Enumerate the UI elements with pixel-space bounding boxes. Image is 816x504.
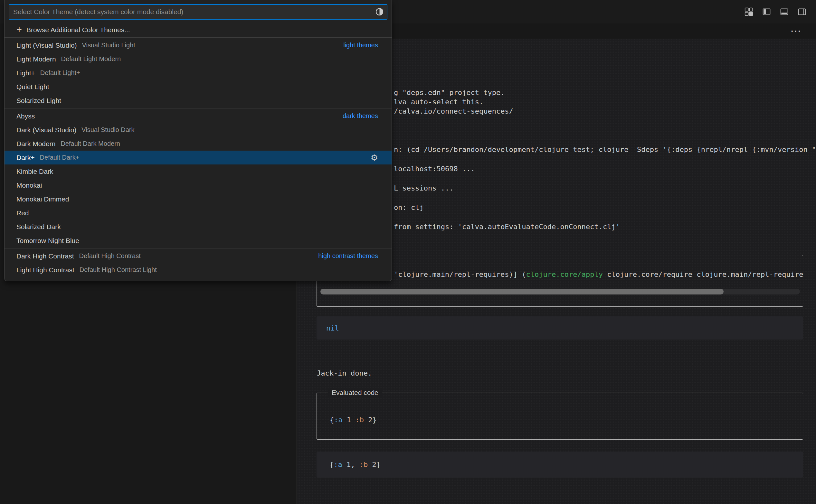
evaluated-code-legend: Evaluated code — [328, 388, 382, 397]
theme-label: Abyss — [16, 112, 35, 120]
result-box: {:a 1, :b 2} — [316, 452, 803, 478]
quick-pick-item[interactable]: Light+Default Light+ — [5, 66, 391, 80]
repl-line: on: clj — [394, 203, 424, 212]
quick-pick-item[interactable]: Dark High ContrastDefault High Contrasth… — [5, 249, 391, 263]
quick-pick-item[interactable]: Red — [5, 206, 391, 220]
repl-line: n: (cd /Users/brandon/development/clojur… — [394, 145, 816, 154]
code-token: 'clojure.main/repl-requires)] ( — [389, 270, 526, 278]
add-icon: + — [16, 25, 22, 34]
theme-label: Solarized Light — [16, 97, 61, 105]
theme-label: Light (Visual Studio) — [16, 42, 77, 49]
quick-pick-item[interactable]: Tomorrow Night Blue — [5, 234, 391, 247]
theme-description: Default Dark+ — [40, 154, 80, 161]
titlebar-layout-controls — [745, 0, 806, 23]
quick-pick-input-wrap — [9, 4, 387, 20]
theme-label: Dark (Visual Studio) — [16, 126, 76, 134]
theme-description: Visual Studio Dark — [81, 126, 134, 134]
customize-layout-icon[interactable] — [745, 7, 753, 16]
code-token: { — [329, 461, 333, 469]
quick-pick-item[interactable]: Monokai — [5, 178, 391, 192]
code-token: :a — [334, 416, 342, 424]
quick-pick-item[interactable]: Dark ModernDefault Dark Modern — [5, 137, 391, 151]
theme-label: Monokai — [16, 182, 42, 189]
evaluated-code-box: Evaluated code {:a 1 :b 2} — [316, 393, 803, 440]
theme-label: Browse Additional Color Themes... — [26, 26, 130, 34]
theme-description: Default Light+ — [40, 69, 80, 77]
result2-line: {:a 1, :b 2} — [329, 460, 380, 470]
theme-label: Dark Modern — [16, 140, 55, 148]
theme-group-label: dark themes — [342, 112, 378, 120]
quick-pick-separator — [5, 108, 391, 108]
theme-label: Kimbie Dark — [16, 168, 53, 175]
repl-line: localhost:50698 ... — [394, 164, 475, 174]
theme-label: Light High Contrast — [16, 266, 74, 274]
quick-pick-item[interactable]: Light ModernDefault Light Modern — [5, 52, 391, 66]
repl-line: L sessions ... — [394, 183, 454, 193]
quick-pick-item[interactable]: Light (Visual Studio)Visual Studio Light… — [5, 38, 391, 52]
theme-label: Quiet Light — [16, 83, 49, 91]
repl-line: /calva.io/connect-sequences/ — [394, 107, 513, 116]
theme-search-input[interactable] — [9, 4, 387, 20]
code-token: { — [330, 416, 334, 424]
repl-line: from settings: 'calva.autoEvaluateCode.o… — [394, 222, 620, 232]
theme-label: Dark+ — [16, 154, 35, 162]
code-token: clojure.core/apply — [526, 270, 603, 278]
evaluated-code-line: {:a 1 :b 2} — [330, 415, 377, 425]
theme-group-label: high contrast themes — [318, 252, 378, 260]
horizontal-scrollbar — [320, 289, 800, 294]
jackin-code-line: quires (resolve 'clojure.main/repl-requi… — [325, 270, 803, 279]
theme-label: Tomorrow Night Blue — [16, 237, 79, 245]
theme-label: Light+ — [16, 69, 35, 77]
quick-pick-item[interactable]: Solarized Light — [5, 94, 391, 107]
theme-description: Visual Studio Light — [82, 42, 135, 49]
quick-pick-item[interactable]: Dark+Default Dark+⚙ — [5, 151, 391, 164]
quick-pick: +Browse Additional Color Themes...Light … — [4, 0, 392, 281]
repl-line: lva auto-select this. — [394, 97, 483, 107]
theme-description: Default Light Modern — [61, 55, 121, 63]
quick-pick-item[interactable]: +Browse Additional Color Themes... — [5, 23, 391, 37]
code-token: :a — [333, 461, 342, 469]
color-mode-icon[interactable] — [375, 7, 384, 16]
theme-group-label: light themes — [343, 42, 378, 49]
theme-label: Red — [16, 209, 29, 217]
repl-line: g "deps.edn" project type. — [394, 88, 505, 98]
quick-pick-item[interactable]: Kimbie Dark — [5, 164, 391, 178]
toggle-primary-sidebar-icon[interactable] — [762, 7, 771, 16]
quick-pick-separator — [5, 37, 391, 38]
code-token: :b — [355, 416, 364, 424]
code-token: :b — [359, 461, 368, 469]
theme-label: Solarized Dark — [16, 223, 61, 231]
toggle-panel-icon[interactable] — [780, 7, 789, 16]
theme-description: Default High Contrast — [79, 252, 141, 260]
quick-pick-item[interactable]: Solarized Dark — [5, 220, 391, 234]
more-actions-icon[interactable]: ⋯ — [790, 23, 801, 39]
code-token: clojure.core/require clojure.main/repl-r… — [603, 270, 803, 278]
quick-pick-item[interactable]: Abyssdark themes — [5, 109, 391, 123]
code-token: 1 — [342, 416, 355, 424]
quick-pick-item[interactable]: Light High ContrastDefault High Contrast… — [5, 263, 391, 277]
quick-pick-list: +Browse Additional Color Themes...Light … — [5, 23, 391, 277]
code-token: 2} — [368, 461, 380, 469]
quick-pick-item[interactable]: Monokai Dimmed — [5, 192, 391, 206]
quick-pick-item[interactable]: Dark (Visual Studio)Visual Studio Dark — [5, 123, 391, 137]
code-token: 2} — [364, 416, 377, 424]
theme-description: Default Dark Modern — [61, 140, 120, 147]
theme-label: Light Modern — [16, 55, 56, 63]
theme-label: Monokai Dimmed — [16, 195, 69, 203]
jackin-done-line: Jack-in done. — [316, 369, 372, 378]
code-token: 1, — [342, 461, 359, 469]
toggle-secondary-sidebar-icon[interactable] — [798, 7, 806, 16]
quick-pick-item[interactable]: Quiet Light — [5, 80, 391, 94]
gear-icon[interactable]: ⚙ — [370, 154, 378, 162]
theme-description: Default High Contrast Light — [80, 266, 157, 274]
nil-result-box: nil — [316, 316, 803, 340]
theme-label: Dark High Contrast — [16, 252, 74, 260]
horizontal-scrollbar-thumb[interactable] — [320, 289, 724, 294]
quick-pick-separator — [5, 248, 391, 248]
nil-result: nil — [326, 324, 339, 332]
